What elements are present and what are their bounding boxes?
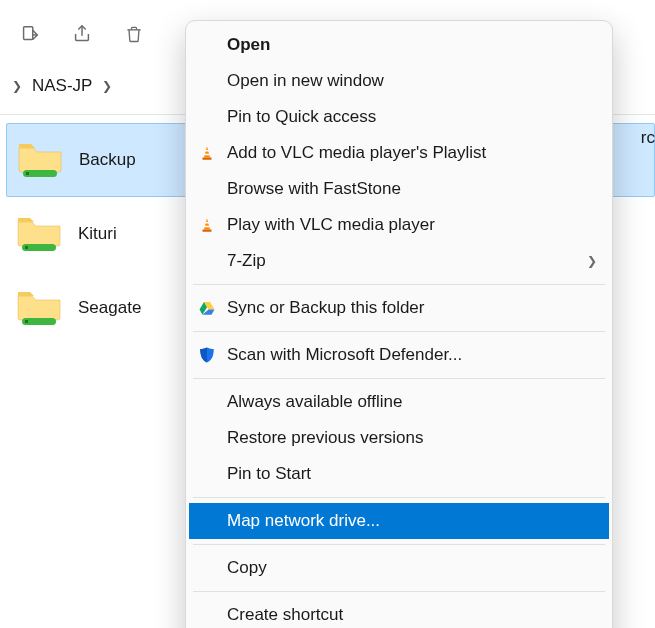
menu-item[interactable]: Open in new window — [189, 63, 609, 99]
menu-item-label: Copy — [227, 558, 267, 578]
share-icon[interactable] — [70, 22, 94, 46]
menu-item[interactable]: Add to VLC media player's Playlist — [189, 135, 609, 171]
menu-item-label: Open in new window — [227, 71, 384, 91]
menu-separator — [193, 284, 605, 285]
vlc-icon — [195, 141, 219, 165]
menu-separator — [193, 497, 605, 498]
svg-rect-12 — [204, 226, 209, 228]
svg-rect-6 — [25, 320, 28, 323]
menu-item-label: Open — [227, 35, 270, 55]
blank-icon — [195, 426, 219, 450]
menu-item-label: Pin to Quick access — [227, 107, 376, 127]
network-folder-icon — [17, 140, 65, 180]
menu-item-label: 7-Zip — [227, 251, 266, 271]
blank-icon — [195, 462, 219, 486]
menu-item-label: Scan with Microsoft Defender... — [227, 345, 462, 365]
svg-rect-9 — [204, 154, 209, 156]
menu-item[interactable]: Play with VLC media player — [189, 207, 609, 243]
blank-icon — [195, 105, 219, 129]
blank-icon — [195, 556, 219, 580]
svg-rect-2 — [26, 172, 29, 175]
menu-item[interactable]: Create shortcut — [189, 597, 609, 628]
breadcrumb-current: NAS-JP — [32, 76, 92, 96]
folder-name: Kituri — [78, 224, 117, 244]
menu-item-label: Sync or Backup this folder — [227, 298, 424, 318]
context-menu: OpenOpen in new windowPin to Quick acces… — [185, 20, 613, 628]
network-folder-icon — [16, 214, 64, 254]
menu-item[interactable]: Browse with FastStone — [189, 171, 609, 207]
menu-item[interactable]: Copy — [189, 550, 609, 586]
chevron-right-icon: ❯ — [587, 254, 597, 268]
menu-item[interactable]: Always available offline — [189, 384, 609, 420]
menu-item-label: Pin to Start — [227, 464, 311, 484]
svg-rect-7 — [203, 158, 212, 160]
vlc-icon — [195, 213, 219, 237]
trash-icon[interactable] — [122, 22, 146, 46]
menu-separator — [193, 378, 605, 379]
chevron-right-icon: ❯ — [102, 79, 112, 93]
menu-item[interactable]: 7-Zip❯ — [189, 243, 609, 279]
cut-icon[interactable] — [18, 22, 42, 46]
menu-separator — [193, 331, 605, 332]
menu-item[interactable]: Restore previous versions — [189, 420, 609, 456]
blank-icon — [195, 249, 219, 273]
svg-rect-10 — [203, 230, 212, 232]
menu-item[interactable]: Pin to Quick access — [189, 99, 609, 135]
menu-item[interactable]: Sync or Backup this folder — [189, 290, 609, 326]
defender-icon — [195, 343, 219, 367]
gdrive-icon — [195, 296, 219, 320]
blank-icon — [195, 603, 219, 627]
svg-rect-0 — [24, 27, 33, 40]
menu-item-label: Browse with FastStone — [227, 179, 401, 199]
menu-item-label: Map network drive... — [227, 511, 380, 531]
blank-icon — [195, 33, 219, 57]
menu-item-label: Restore previous versions — [227, 428, 424, 448]
menu-separator — [193, 544, 605, 545]
menu-item[interactable]: Pin to Start — [189, 456, 609, 492]
svg-rect-11 — [205, 222, 209, 224]
svg-rect-8 — [205, 150, 209, 152]
menu-item-label: Add to VLC media player's Playlist — [227, 143, 486, 163]
blank-icon — [195, 390, 219, 414]
chevron-right-icon: ❯ — [12, 79, 22, 93]
menu-item[interactable]: Open — [189, 27, 609, 63]
menu-item[interactable]: Scan with Microsoft Defender... — [189, 337, 609, 373]
menu-item-label: Always available offline — [227, 392, 402, 412]
menu-separator — [193, 591, 605, 592]
blank-icon — [195, 509, 219, 533]
svg-rect-4 — [25, 246, 28, 249]
folder-name: Backup — [79, 150, 136, 170]
folder-name: Seagate — [78, 298, 141, 318]
network-folder-icon — [16, 288, 64, 328]
menu-item-label: Play with VLC media player — [227, 215, 435, 235]
partial-text: rc — [641, 128, 655, 148]
menu-item-label: Create shortcut — [227, 605, 343, 625]
blank-icon — [195, 69, 219, 93]
menu-item[interactable]: Map network drive... — [189, 503, 609, 539]
blank-icon — [195, 177, 219, 201]
